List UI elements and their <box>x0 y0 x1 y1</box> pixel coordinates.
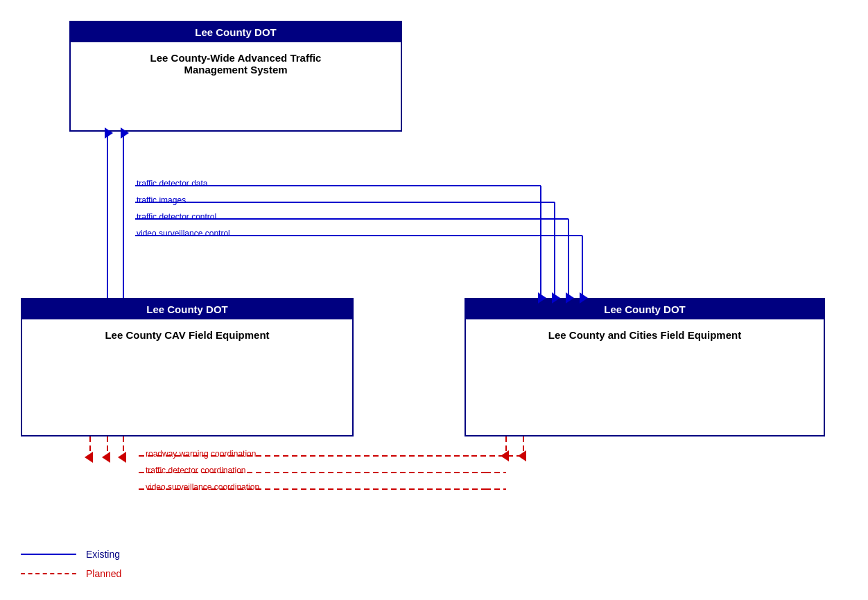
label-video-surveillance-coord: video surveillance coordination <box>146 482 259 492</box>
node-bottom-left-body: Lee County CAV Field Equipment <box>22 319 352 351</box>
label-traffic-images: traffic images <box>137 195 186 205</box>
legend-existing: Existing <box>21 549 121 560</box>
label-traffic-detector-control: traffic detector control <box>137 212 216 222</box>
node-top-body: Lee County-Wide Advanced TrafficManageme… <box>71 42 401 85</box>
label-traffic-detector-data: traffic detector data <box>137 179 208 188</box>
node-bottom-right: Lee County DOT Lee County and Cities Fie… <box>465 298 825 436</box>
diagram-container: Lee County DOT Lee County-Wide Advanced … <box>0 0 868 600</box>
node-bottom-left-header: Lee County DOT <box>22 299 352 319</box>
legend-planned-label: Planned <box>86 568 121 579</box>
legend-planned: Planned <box>21 568 121 579</box>
label-video-surveillance-control: video surveillance control <box>137 229 230 238</box>
label-roadway-warning: roadway warning coordination <box>146 449 256 459</box>
node-top-header: Lee County DOT <box>71 22 401 42</box>
legend-existing-label: Existing <box>86 549 120 560</box>
node-bottom-right-header: Lee County DOT <box>466 299 824 319</box>
legend: Existing Planned <box>21 549 121 579</box>
node-top: Lee County DOT Lee County-Wide Advanced … <box>69 21 402 132</box>
label-traffic-detector-coord: traffic detector coordination <box>146 466 246 475</box>
legend-dashed-line <box>21 573 76 574</box>
legend-solid-line <box>21 554 76 555</box>
node-bottom-left: Lee County DOT Lee County CAV Field Equi… <box>21 298 354 436</box>
node-bottom-right-body: Lee County and Cities Field Equipment <box>466 319 824 351</box>
